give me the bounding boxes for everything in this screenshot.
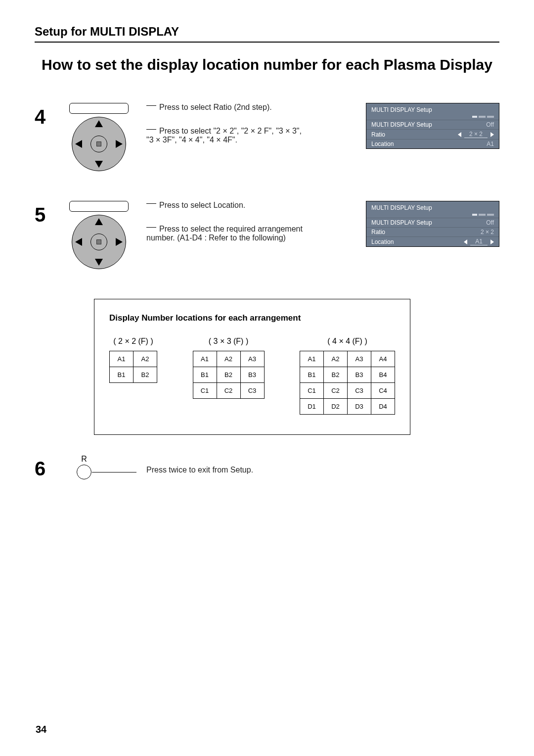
instruction-line: Press to select the required arrangement…: [146, 225, 314, 242]
osd-title: MULTI DISPLAY Setup: [366, 201, 499, 213]
cell: A1: [193, 351, 217, 367]
step-5-row: 5 Press to select Location. Press to sel…: [35, 201, 499, 269]
cell: D3: [348, 399, 371, 415]
grid-3x3: ( 3 × 3 (F) ) A1A2A3 B1B2B3 C1C2C3: [193, 337, 265, 399]
osd-divider-icon: [366, 213, 499, 218]
osd-row-value: 2 × 2: [481, 229, 494, 236]
cell: B2: [134, 367, 157, 383]
section-title: Setup for MULTI DISPLAY: [35, 25, 499, 43]
page-title: How to set the display location number f…: [35, 56, 499, 73]
dpad-center-icon: [90, 136, 107, 152]
r-button-icon: R: [59, 455, 138, 479]
osd-row-value: Off: [486, 219, 494, 226]
page-number: 34: [36, 724, 46, 735]
arrow-right-icon: [116, 238, 123, 246]
grid-2x2: ( 2 × 2 (F) ) A1A2 B1B2: [109, 337, 157, 383]
cell: A2: [217, 351, 240, 367]
arrow-left-icon: [75, 238, 82, 246]
arrow-up-icon: [95, 218, 103, 225]
instruction-line: Press to select Ratio (2nd step).: [146, 103, 362, 112]
grid-table: A1A2A3 B1B2B3 C1C2C3: [193, 351, 265, 399]
instruction-column: Press twice to exit from Setup.: [138, 455, 499, 474]
osd-row-ratio: Ratio 2 × 2: [366, 227, 499, 236]
grid-label: ( 4 × 4 (F) ): [300, 337, 395, 346]
cell: B2: [217, 367, 240, 383]
osd-row-setup: MULTI DISPLAY Setup Off: [366, 120, 499, 129]
arrow-right-icon: [116, 140, 123, 148]
instruction-line: Press twice to exit from Setup.: [146, 466, 495, 474]
osd-row-label: MULTI DISPLAY Setup: [371, 121, 432, 128]
cell: C4: [371, 383, 395, 399]
triangle-right-icon: [490, 132, 494, 137]
cell: B3: [348, 367, 371, 383]
dpad-control-icon: [59, 201, 138, 269]
cell: A1: [300, 351, 324, 367]
instruction-column: Press to select Location. Press to selec…: [138, 201, 366, 257]
step-number: 4: [35, 103, 59, 128]
grid-table: A1A2A3A4 B1B2B3B4 C1C2C3C4 D1D2D3D4: [300, 351, 395, 415]
instruction-line: Press to select Location.: [146, 201, 362, 210]
instruction-line: Press to select "2 × 2", "2 × 2 F", "3 ×…: [146, 127, 305, 144]
step-6-row: 6 R Press twice to exit from Setup.: [35, 455, 499, 480]
cell: B1: [110, 367, 134, 383]
cell: C3: [240, 383, 264, 399]
step-number: 6: [35, 455, 59, 480]
osd-title: MULTI DISPLAY Setup: [366, 103, 499, 115]
cell: B3: [240, 367, 264, 383]
cell: D4: [371, 399, 395, 415]
osd-row-setup: MULTI DISPLAY Setup Off: [366, 218, 499, 227]
grid-4x4: ( 4 × 4 (F) ) A1A2A3A4 B1B2B3B4 C1C2C3C4…: [300, 337, 395, 415]
grid-table: A1A2 B1B2: [109, 351, 157, 383]
cell: A3: [348, 351, 371, 367]
osd-row-location: Location A1: [366, 236, 499, 246]
cell: A2: [134, 351, 157, 367]
osd-divider-icon: [366, 115, 499, 120]
osd-row-label: MULTI DISPLAY Setup: [371, 219, 432, 226]
dpad-center-icon: [90, 234, 107, 250]
triangle-left-icon: [464, 239, 467, 244]
cell: B1: [300, 367, 324, 383]
cell: A4: [371, 351, 395, 367]
osd-row-value: Off: [486, 121, 494, 128]
osd-row-label: Location: [371, 141, 394, 147]
triangle-right-icon: [490, 239, 494, 244]
cell: B4: [371, 367, 395, 383]
cell: A2: [324, 351, 348, 367]
arrow-up-icon: [95, 120, 103, 127]
cell: C2: [217, 383, 240, 399]
osd-row-location: Location A1: [366, 139, 499, 148]
r-button-label: R: [81, 455, 87, 464]
osd-panel: MULTI DISPLAY Setup MULTI DISPLAY Setup …: [366, 103, 499, 149]
osd-row-label: Ratio: [371, 131, 385, 138]
triangle-left-icon: [458, 132, 461, 137]
cell: C2: [324, 383, 348, 399]
cell: C1: [193, 383, 217, 399]
arrangement-box: Display Number locations for each arrang…: [94, 299, 410, 435]
instruction-column: Press to select Ratio (2nd step). Press …: [138, 103, 366, 159]
osd-panel: MULTI DISPLAY Setup MULTI DISPLAY Setup …: [366, 201, 499, 247]
cell: B2: [324, 367, 348, 383]
cell: D2: [324, 399, 348, 415]
osd-row-ratio: Ratio 2 × 2: [366, 129, 499, 139]
arrow-left-icon: [75, 140, 82, 148]
cell: B1: [193, 367, 217, 383]
osd-row-label: Ratio: [371, 229, 385, 236]
grid-label: ( 3 × 3 (F) ): [193, 337, 265, 346]
step-4-row: 4 Press to select Ratio (2nd step). Pres…: [35, 103, 499, 171]
arrow-down-icon: [95, 259, 103, 266]
arrangement-heading: Display Number locations for each arrang…: [109, 313, 395, 323]
dpad-control-icon: [59, 103, 138, 171]
osd-row-label: Location: [371, 238, 394, 245]
osd-row-value: A1: [470, 238, 488, 245]
arrow-down-icon: [95, 161, 103, 168]
cell: A1: [110, 351, 134, 367]
cell: C1: [300, 383, 324, 399]
osd-row-value: A1: [487, 141, 494, 147]
step-number: 5: [35, 201, 59, 226]
osd-row-value: 2 × 2: [464, 131, 488, 138]
grid-label: ( 2 × 2 (F) ): [109, 337, 157, 346]
cell: A3: [240, 351, 264, 367]
cell: D1: [300, 399, 324, 415]
cell: C3: [348, 383, 371, 399]
